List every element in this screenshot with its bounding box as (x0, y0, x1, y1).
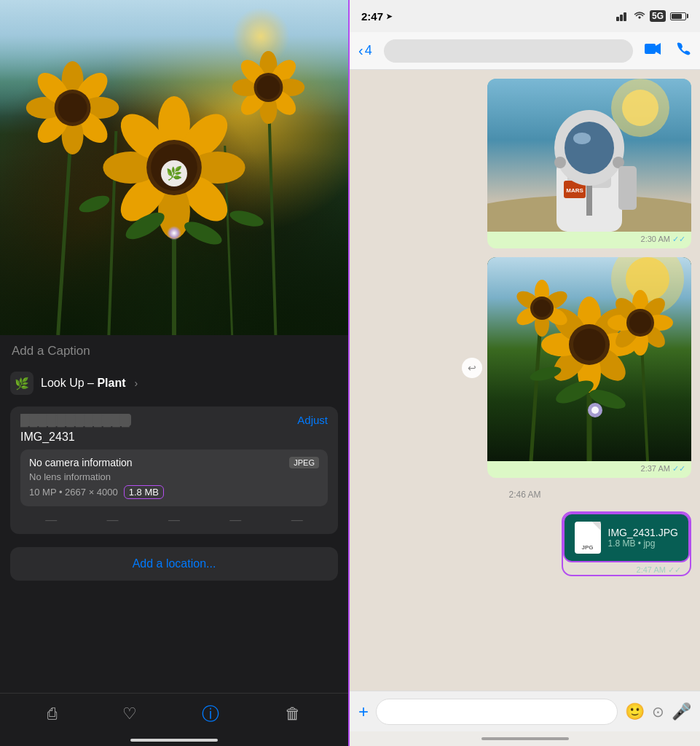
signal-icon (616, 12, 629, 21)
file-bubble[interactable]: JPG IMG_2431.JPG 1.8 MB • jpg (563, 513, 691, 562)
add-location-button[interactable]: Add a location... (10, 547, 338, 581)
message-input[interactable] (376, 699, 618, 725)
phone-call-icon[interactable] (677, 42, 691, 60)
caption-area[interactable]: Add a Caption (0, 335, 348, 364)
file-size-badge: 1.8 MB (124, 485, 164, 499)
lens-info: No lens information (29, 471, 319, 482)
svg-line-2 (268, 87, 275, 335)
camera-button[interactable]: ⊙ (652, 703, 664, 721)
info-row-top: ████████████ Adjust (20, 414, 328, 426)
back-chevron-icon: ‹ (358, 42, 363, 59)
chat-input-bar: + 🙂 ⊙ 🎤 (350, 691, 700, 731)
header-pill (384, 39, 633, 63)
camera-info: No camera information (29, 457, 133, 468)
file-name: IMG_2431.JPG (608, 527, 679, 538)
svg-point-61 (626, 257, 669, 301)
leaf-icon-overlay: 🌿 (161, 160, 187, 186)
timestamp-astronaut: 2:30 AM ✓✓ (487, 232, 691, 248)
svg-point-38 (228, 208, 265, 229)
timestamp-file: 2:47 AM ✓✓ (563, 562, 691, 575)
lookup-text: Look Up – Plant (41, 377, 126, 390)
sunflower-background: 🌿 (0, 0, 348, 335)
svg-point-34 (257, 76, 280, 99)
sunflower-chat-image (487, 257, 691, 461)
video-call-icon[interactable] (645, 42, 662, 59)
svg-rect-40 (620, 15, 623, 21)
forward-button[interactable]: ↩ (462, 358, 482, 378)
svg-rect-39 (616, 17, 619, 21)
svg-point-56 (554, 157, 566, 168)
dash-3: — (168, 514, 180, 527)
svg-point-92 (533, 299, 551, 317)
home-bar (481, 737, 569, 740)
svg-rect-58 (618, 166, 637, 210)
lookup-icon: 🌿 (10, 372, 34, 395)
wifi-icon (634, 12, 645, 21)
svg-point-74 (573, 329, 605, 361)
message-row-sunflower: ↩ (358, 257, 691, 478)
left-panel: 🌿 Add a Caption 🌿 Look Up – Plant › ████… (0, 0, 350, 746)
header-actions (645, 42, 691, 60)
message-bubble-sunflower: ↩ (487, 257, 691, 478)
dash-1: — (45, 514, 57, 527)
svg-rect-42 (645, 44, 656, 54)
message-bubble-astronaut: MARS (487, 79, 691, 248)
adjust-button[interactable]: Adjust (297, 414, 328, 426)
dash-2: — (107, 514, 119, 527)
dash-5: — (291, 514, 303, 527)
time-display: 2:47 (361, 10, 383, 23)
add-attachment-button[interactable]: + (358, 702, 369, 722)
svg-point-37 (77, 192, 111, 216)
dashes-row: — — — — — (20, 514, 328, 527)
timestamp-sunflower: 2:37 AM ✓✓ (487, 461, 691, 478)
svg-point-46 (622, 90, 658, 126)
checkmarks-1: ✓✓ (672, 235, 685, 243)
file-info: IMG_2431.JPG 1.8 MB • jpg (608, 527, 679, 549)
emoji-button[interactable]: 🙂 (625, 702, 645, 721)
svg-text:MARS: MARS (566, 187, 583, 194)
status-time: 2:47 ➤ (361, 10, 392, 23)
svg-point-84 (629, 312, 651, 334)
svg-point-54 (565, 122, 614, 174)
five-g-badge: 5G (650, 10, 666, 22)
battery-icon (670, 12, 688, 20)
file-icon: JPG (575, 522, 601, 554)
lookup-row[interactable]: 🌿 Look Up – Plant › (0, 364, 348, 402)
bubble-sunflower[interactable]: 2:37 AM ✓✓ (487, 257, 691, 478)
location-arrow-icon: ➤ (386, 12, 392, 20)
file-meta: 1.8 MB • jpg (608, 538, 679, 549)
image-name: IMG_2431 (20, 431, 328, 444)
checkmarks-3: ✓✓ (668, 565, 681, 574)
specs-text: 10 MP • 2667 × 4000 (29, 487, 118, 498)
share-icon[interactable]: ⎙ (47, 704, 57, 723)
home-indicator (130, 739, 218, 742)
svg-point-97 (591, 407, 599, 414)
format-badge: JPEG (289, 457, 319, 468)
message-bubble-file: JPG IMG_2431.JPG 1.8 MB • jpg 2:4 (562, 511, 692, 576)
delete-icon[interactable]: 🗑 (285, 704, 301, 723)
dash-4: — (229, 514, 241, 527)
caption-placeholder: Add a Caption (12, 344, 90, 358)
info-section: ████████████ Adjust IMG_2431 No camera i… (10, 407, 338, 534)
bubble-astronaut[interactable]: MARS (487, 79, 691, 248)
back-count: 4 (365, 43, 372, 58)
svg-rect-41 (624, 12, 626, 21)
photo-area[interactable]: 🌿 (0, 0, 348, 335)
meta-box: No camera information JPEG No lens infor… (20, 449, 328, 506)
chevron-right-icon: › (135, 377, 138, 389)
microphone-button[interactable]: 🎤 (672, 702, 691, 721)
svg-point-55 (573, 133, 591, 144)
checkmarks-2: ✓✓ (672, 464, 685, 473)
chat-header: ‹ 4 (350, 32, 700, 70)
status-bar: 2:47 ➤ 5G (350, 0, 700, 32)
message-row-astronaut: MARS (358, 79, 691, 248)
astronaut-image: MARS (487, 79, 691, 232)
info-icon[interactable]: ⓘ (202, 702, 219, 726)
right-panel: 2:47 ➤ 5G (350, 0, 700, 746)
back-button[interactable]: ‹ 4 (358, 42, 372, 59)
message-row-file: JPG IMG_2431.JPG 1.8 MB • jpg 2:4 (358, 511, 691, 576)
filename-blurred: ████████████ (20, 414, 131, 426)
favorite-icon[interactable]: ♡ (122, 704, 137, 723)
time-divider: 2:46 AM (358, 487, 691, 503)
svg-marker-43 (656, 43, 661, 55)
